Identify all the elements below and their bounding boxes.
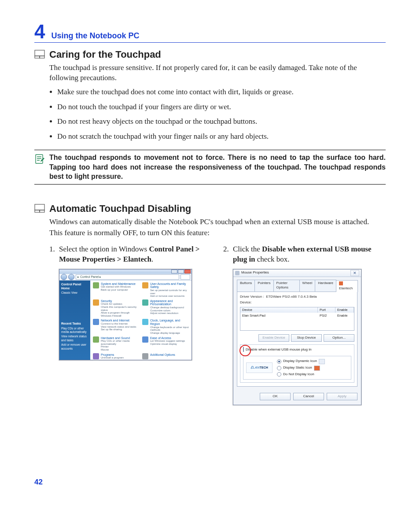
page-number: 42 (34, 478, 43, 487)
cp-item-appearance[interactable]: Appearance and PersonalizationChange des… (142, 299, 189, 318)
step2-tail: check box. (255, 255, 290, 263)
cp-item-ease[interactable]: Ease of AccessLet Windows suggest settin… (142, 336, 189, 351)
radio-dynamic-icon[interactable] (277, 359, 281, 364)
note-text: The touchpad responds to movement not to… (49, 153, 386, 181)
cp-item-sub: Uninstall a program (101, 356, 131, 359)
radio-no-icon[interactable] (277, 372, 281, 377)
recent-task[interactable]: Add or remove user accounts (61, 343, 88, 351)
sidebar: Control Panel Home Classic View Recent T… (59, 281, 90, 360)
option-button[interactable]: Option... (324, 334, 354, 342)
tab-pointers[interactable]: Pointers (254, 280, 273, 292)
screenshot-mouse-properties: Mouse Properties ✕ Buttons Pointers Poin… (233, 269, 361, 406)
nav-back-button[interactable] (61, 274, 67, 280)
sidebar-header: Control Panel Home (61, 282, 88, 291)
cp-item-sub: Let Windows suggest settings (150, 340, 185, 343)
tab-pointer-options[interactable]: Pointer Options (273, 280, 300, 292)
list-item: Do not scratch the touchpad with your fi… (57, 131, 386, 142)
cancel-button[interactable]: Cancel (293, 393, 324, 400)
table-row[interactable]: Elan Smart-Pad PS/2 Enable (240, 313, 354, 319)
recent-task[interactable]: View network status and tasks (61, 335, 88, 343)
cp-item-sub: Set up parental controls for any user (150, 289, 189, 295)
tab-wheel[interactable]: Wheel (299, 280, 316, 292)
section-heading-caring: Caring for the Touchpad (49, 49, 386, 60)
cp-item-sub: Play CDs or other media automatically (101, 340, 140, 345)
svg-rect-2 (40, 56, 44, 58)
dialog-close-button[interactable]: ✕ (350, 270, 359, 276)
search-box[interactable] (181, 274, 190, 280)
sidebar-link-classic[interactable]: Classic View (61, 291, 88, 295)
breadcrumb: ▸ Control Panel ▸ (77, 275, 101, 279)
close-button[interactable] (184, 270, 191, 273)
stop-device-button[interactable]: Stop Device (291, 334, 322, 342)
td-enable: Enable (335, 313, 354, 319)
cp-item-sub: Optimize visual display (150, 343, 185, 346)
tab-strip: Buttons Pointers Pointer Options Wheel H… (237, 280, 357, 292)
cp-item-title: Security (101, 299, 140, 303)
tab-hardware[interactable]: Hardware (315, 280, 336, 292)
cp-item-sub: View network status and tasks (101, 325, 136, 329)
maximize-button[interactable] (178, 270, 184, 273)
cp-item-title: Programs (101, 353, 131, 357)
svg-rect-5 (35, 210, 40, 212)
ok-button[interactable]: OK (260, 393, 291, 400)
cp-item-sub: Change display language (150, 332, 189, 335)
dynamic-icon-swatch (319, 359, 325, 364)
cp-item-title: Network and Internet (101, 319, 136, 322)
elantech-logo: ℰLANTECH (246, 362, 273, 373)
tab-elantech[interactable]: Elantech (336, 280, 358, 292)
disable-usb-checkbox[interactable] (243, 347, 244, 352)
logo-text: LAN (253, 366, 260, 370)
tab-buttons[interactable]: Buttons (237, 280, 255, 292)
driver-version-value: ETDWare PS/2-x86 7.0.4.3 Beta (266, 295, 317, 299)
driver-version-label: Driver Version : (240, 295, 264, 299)
cp-item-clock[interactable]: Clock, Language, and RegionChange keyboa… (142, 319, 189, 334)
radio-static-icon[interactable] (277, 366, 281, 370)
cp-item-title: Clock, Language, and Region (150, 319, 189, 325)
static-icon-swatch (314, 366, 320, 371)
device-label: Device: (240, 300, 354, 305)
step1-lead: Select the option in Windows (59, 245, 149, 253)
cp-item-sub: Change startup programs (101, 359, 131, 360)
tab-label: Elantech (339, 286, 353, 290)
cp-item-sub: Connect to the Internet (101, 322, 136, 325)
apply-button[interactable]: Apply (327, 393, 357, 400)
td-port: PS/2 (318, 313, 335, 319)
cp-item-sub: Check for updates (101, 303, 140, 306)
cp-item-network[interactable]: Network and InternetConnect to the Inter… (93, 319, 140, 334)
cp-item-sub: Mouse (101, 348, 140, 351)
mouse-icon (235, 271, 239, 275)
note-callout: The touchpad responds to movement not to… (34, 150, 386, 185)
minimize-button[interactable] (171, 270, 177, 273)
list-item: Do not rest heavy objects on the touchpa… (57, 116, 386, 127)
logo-sup: TECH (260, 366, 268, 369)
chapter-header: 4 Using the Notebook PC (34, 22, 386, 43)
cp-item-additional[interactable]: Additional Options (142, 353, 189, 360)
svg-rect-4 (35, 204, 44, 210)
cp-item-security[interactable]: SecurityCheck for updatesCheck this comp… (93, 299, 140, 318)
chapter-title: Using the Notebook PC (51, 31, 139, 41)
cp-item-title: Appearance and Personalization (150, 299, 189, 306)
dialog-title: Mouse Properties (241, 270, 269, 275)
step-1: Select the option in Windows Control Pan… (49, 244, 212, 406)
radio-label: Display Static Icon (283, 366, 312, 370)
th-device: Device (240, 307, 318, 313)
cp-item-title: System and Maintenance (101, 282, 136, 286)
nav-forward-button[interactable] (68, 274, 74, 280)
cp-item-sub: Get started with Windows (101, 285, 136, 288)
disable-usb-label: Disable when external USB mouse plug in (246, 347, 311, 352)
cp-item-title: Ease of Access (150, 336, 185, 340)
control-panel-grid: System and MaintenanceGet started with W… (90, 281, 192, 360)
cp-item-system[interactable]: System and MaintenanceGet started with W… (93, 282, 140, 298)
cp-item-hardware[interactable]: Hardware and SoundPlay CDs or other medi… (93, 336, 140, 351)
section2-para2: This feature is normally OFF, to turn ON… (49, 228, 386, 238)
note-icon (34, 154, 46, 181)
enable-device-button[interactable]: Enable Device (258, 334, 289, 342)
elantech-badge-icon (339, 281, 343, 285)
section-heading-auto-disable: Automatic Touchpad Disabling (49, 203, 386, 214)
cp-item-users[interactable]: User Accounts and Family SafetySet up pa… (142, 282, 189, 298)
cp-item-programs[interactable]: ProgramsUninstall a programChange startu… (93, 353, 140, 360)
cp-item-sub: Check this computer's security status (101, 306, 140, 311)
precautions-list: Make sure the touchpad does not come int… (49, 87, 386, 142)
address-bar[interactable]: ▸ Control Panel ▸ (76, 274, 179, 280)
recent-task[interactable]: Play CDs or other media automatically (61, 327, 88, 335)
